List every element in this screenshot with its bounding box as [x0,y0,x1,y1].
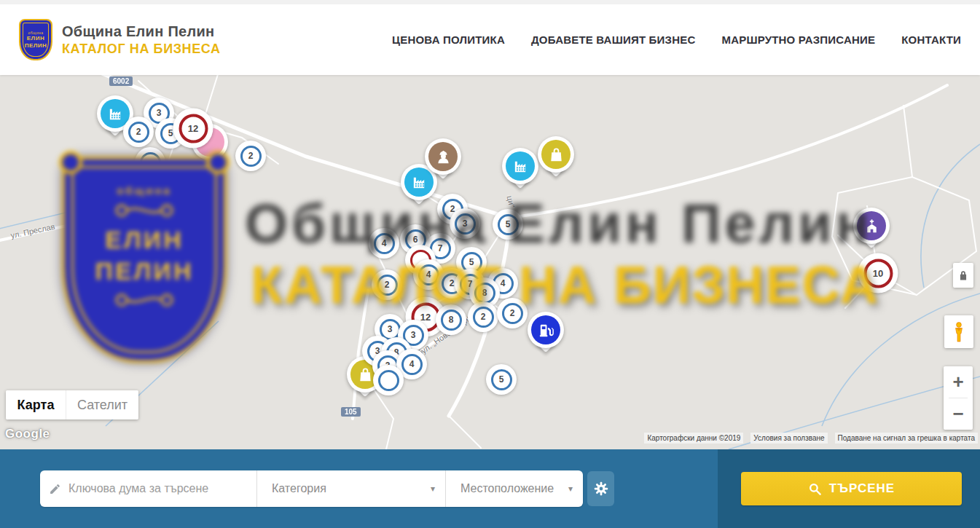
gear-icon [593,481,609,497]
map-canvas[interactable]: 6002 105 ул. Преслав бул. „Новоселци" ци… [0,75,980,449]
search-bar-left-panel: Категория ▾ Местоположение ▾ [0,449,718,528]
attribution-report-link[interactable]: Подаване на сигнал за грешка в картата [835,433,978,444]
location-select-label: Местоположение [460,482,554,495]
search-bar-right-panel: ТЪРСЕНЕ [718,449,980,528]
zoom-control: + − [944,366,973,430]
nav-item-schedule[interactable]: МАРШРУТНО РАЗПИСАНИЕ [721,34,875,46]
main-nav: ЦЕНОВА ПОЛИТИКА ДОБАВЕТЕ ВАШИЯТ БИЗНЕС М… [392,34,961,46]
pegman-button[interactable] [944,315,973,348]
zoom-out-button[interactable]: − [944,398,973,430]
crest-name-line2: ПЕЛИН [25,43,47,50]
attribution-copyright: Картографски данни ©2019 [644,433,743,444]
pegman-icon [950,320,968,344]
location-select[interactable]: Местоположение ▾ [446,470,583,507]
keyword-input[interactable] [68,482,248,495]
pin-bubble [528,312,564,348]
map-type-map-button[interactable]: Карта [6,390,66,419]
pencil-icon [49,483,61,495]
nav-item-pricing[interactable]: ЦЕНОВА ПОЛИТИКА [392,34,505,46]
nav-item-add-business[interactable]: ДОБАВЕТЕ ВАШИЯТ БИЗНЕС [531,34,695,46]
site-logo[interactable]: община ЕЛИН ПЕЛИН Община Елин Пелин КАТА… [19,19,221,60]
keyword-field [40,470,257,507]
zoom-in-button[interactable]: + [944,366,973,398]
category-select-label: Категория [272,482,326,495]
site-subtitle: КАТАЛОГ НА БИЗНЕСА [62,42,221,57]
search-fields: Категория ▾ Местоположение ▾ [40,470,583,507]
advanced-settings-button[interactable] [587,471,614,506]
markers-top-layer [0,75,980,449]
crest-name-line1: ЕЛИН [27,36,44,42]
search-icon [808,482,822,496]
google-logo[interactable]: Google [5,427,50,441]
municipality-crest-icon: община ЕЛИН ПЕЛИН [19,19,52,60]
attribution-terms-link[interactable]: Условия за ползване [750,433,827,444]
map-type-control: Карта Сателит [6,390,138,419]
site-title: Община Елин Пелин [62,23,221,40]
header: община ЕЛИН ПЕЛИН Община Елин Пелин КАТА… [0,0,980,75]
fuel-pin-marker[interactable] [526,310,565,360]
search-button-label: ТЪРСЕНЕ [829,481,895,496]
search-button[interactable]: ТЪРСЕНЕ [741,472,962,505]
fuel-icon [531,315,560,344]
map-type-satellite-button[interactable]: Сателит [66,390,138,419]
page: община ЕЛИН ПЕЛИН Община Елин Пелин КАТА… [0,0,980,528]
crest-top-label: община [28,31,43,35]
lock-icon [958,269,968,281]
chevron-down-icon: ▾ [568,484,573,494]
brand-text: Община Елин Пелин КАТАЛОГ НА БИЗНЕСА [62,23,221,57]
category-select[interactable]: Категория ▾ [257,470,446,507]
streetview-lock-button[interactable] [953,263,973,288]
search-bar: Категория ▾ Местоположение ▾ [0,449,980,528]
chevron-down-icon: ▾ [431,484,435,494]
nav-item-contacts[interactable]: КОНТАКТИ [901,34,961,46]
map-attribution: Картографски данни ©2019 Условия за полз… [644,433,978,444]
